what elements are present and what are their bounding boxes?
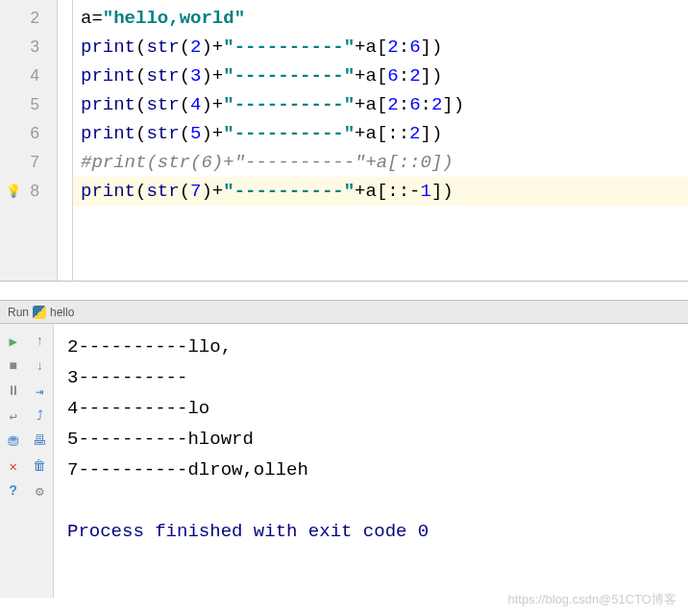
fold-strip [58,0,73,281]
line-number: 7 [0,148,57,177]
console-line: 5----------hlowrd [67,424,675,455]
step-icon[interactable]: ⇥ [30,382,49,401]
console-line: 2----------llo, [67,332,675,362]
export-icon[interactable]: ⤴ [30,407,49,426]
trash-icon[interactable]: 🗑 [30,456,49,476]
console-line: 7----------dlrow,olleh [67,455,675,485]
code-area[interactable]: a="hello,world"print(str(2)+"----------"… [73,0,688,281]
console-line [67,485,675,516]
scroll-down-icon[interactable]: ↓ [30,357,49,376]
pause-icon[interactable]: ⏸ [4,382,23,401]
code-line[interactable]: print(str(7)+"----------"+a[::-1]) [73,177,688,206]
filter-icon[interactable]: ⛃ [4,431,23,451]
watermark: https://blog.csdn@51CTO博客 [507,591,676,608]
gutter: 2345678 [0,0,58,281]
line-number: 3 [0,33,57,62]
code-editor: 2345678 a="hello,world"print(str(2)+"---… [0,0,688,282]
code-line[interactable]: #print(str(6)+"----------"+a[::0]) [73,148,688,177]
run-label: Run [8,306,29,319]
line-number: 4 [0,62,57,90]
console-line: Process finished with exit code 0 [67,516,675,547]
wrap-icon[interactable]: ↩ [4,407,23,426]
gear-icon[interactable]: ⚙ [30,481,49,501]
console-output[interactable]: 2----------llo,3----------4----------lo5… [54,324,688,598]
stop-icon[interactable]: ■ [4,357,23,376]
scroll-up-icon[interactable]: ↑ [30,332,49,351]
code-line[interactable]: print(str(3)+"----------"+a[6:2]) [73,62,688,90]
code-line[interactable]: print(str(4)+"----------"+a[2:6:2]) [73,90,688,119]
close-icon[interactable]: ✕ [4,456,23,476]
print-icon[interactable]: 🖶 [30,431,49,451]
python-icon [33,306,46,319]
run-tab-bar[interactable]: Run hello [0,301,688,324]
code-line[interactable]: print(str(5)+"----------"+a[::2]) [73,119,688,148]
line-number: 2 [0,4,57,33]
line-number: 8 [0,177,57,206]
console-panel: ▶ ↑ ■ ↓ ⏸ ⇥ ↩ ⤴ ⛃ 🖶 ✕ 🗑 ? ⚙ 2----------l… [0,324,688,598]
help-icon[interactable]: ? [4,481,23,501]
divider [0,282,688,301]
run-toolbar: ▶ ↑ ■ ↓ ⏸ ⇥ ↩ ⤴ ⛃ 🖶 ✕ 🗑 ? ⚙ [0,324,54,598]
line-number: 6 [0,119,57,148]
script-name: hello [50,306,74,319]
run-icon[interactable]: ▶ [4,332,23,351]
console-line: 3---------- [67,362,675,393]
console-line: 4----------lo [67,393,675,424]
line-number: 5 [0,90,57,119]
code-line[interactable]: a="hello,world" [73,4,688,33]
code-line[interactable]: print(str(2)+"----------"+a[2:6]) [73,33,688,62]
